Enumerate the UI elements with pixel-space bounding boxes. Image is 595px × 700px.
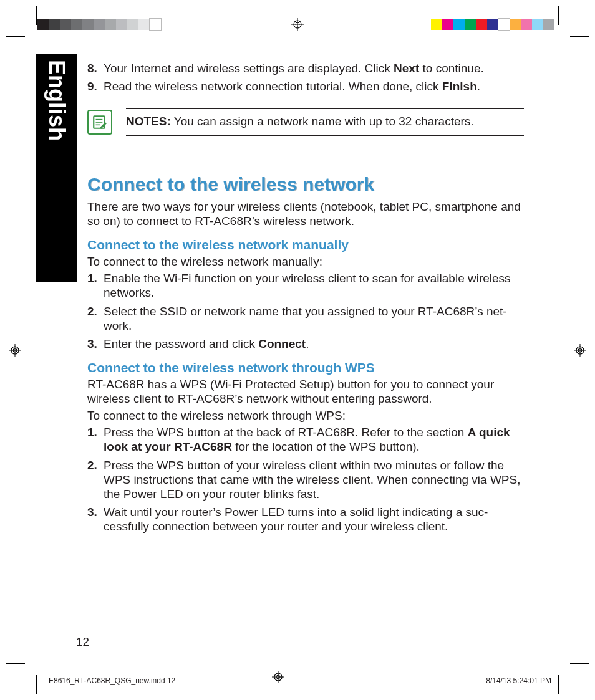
bold-text: Finish xyxy=(442,80,477,93)
list-item-number: 9. xyxy=(87,79,104,93)
bold-text: A quick look at your RT-AC68R xyxy=(104,426,510,453)
wps-intro-1: RT-AC68R has a WPS (Wi-Fi Protected Setu… xyxy=(87,377,524,406)
swatch xyxy=(487,19,498,30)
wps-steps-list: 1.Press the WPS button at the back of RT… xyxy=(87,425,524,534)
swatch xyxy=(71,19,82,30)
list-item-body: Press the WPS button at the back of RT-A… xyxy=(104,425,524,454)
list-item: 1.Enable the Wi-Fi function on your wire… xyxy=(87,271,524,300)
list-item-body: Select the SSID or network name that you… xyxy=(104,304,524,333)
swatch xyxy=(521,19,532,30)
swatch xyxy=(543,19,554,30)
list-item-number: 1. xyxy=(87,271,104,300)
swatch xyxy=(465,19,476,30)
list-item-body: Your Internet and wireless settings are … xyxy=(104,61,524,75)
swatch xyxy=(510,19,521,30)
list-item: 1.Press the WPS button at the back of RT… xyxy=(87,425,524,454)
swatch xyxy=(105,19,116,30)
printer-grey-bar xyxy=(37,19,161,30)
swatch xyxy=(94,19,105,30)
swatch xyxy=(442,19,453,30)
crop-mark xyxy=(36,6,37,25)
page-number: 12 xyxy=(76,635,89,649)
section-intro: There are two ways for your wireless cli… xyxy=(87,199,524,228)
swatch xyxy=(82,19,94,30)
swatch xyxy=(127,19,138,30)
swatch xyxy=(453,19,465,30)
footer-rule xyxy=(87,630,524,630)
section-heading: Connect to the wireless network xyxy=(87,173,524,196)
list-item: 9.Read the wireless network connection t… xyxy=(87,79,524,93)
list-item-number: 3. xyxy=(87,505,104,534)
list-item-number: 1. xyxy=(87,425,104,454)
swatch xyxy=(431,19,442,30)
manual-heading: Connect to the wireless network manually xyxy=(87,237,524,253)
wps-heading: Connect to the wireless network through … xyxy=(87,360,524,376)
bold-text: Next xyxy=(394,62,419,75)
swatch xyxy=(116,19,127,30)
manual-intro: To connect to the wireless network manua… xyxy=(87,254,524,269)
list-item-body: Enter the password and click Connect. xyxy=(104,337,524,351)
continued-steps-list: 8.Your Internet and wireless settings ar… xyxy=(87,61,524,93)
list-item: 8.Your Internet and wireless settings ar… xyxy=(87,61,524,75)
slug-filename: E8616_RT-AC68R_QSG_new.indd 12 xyxy=(49,676,175,685)
list-item-number: 2. xyxy=(87,304,104,333)
printer-color-bar xyxy=(431,19,554,30)
swatch xyxy=(532,19,543,30)
notes-body: You can assign a network name with up to… xyxy=(171,115,474,128)
manual-steps-list: 1.Enable the Wi-Fi function on your wire… xyxy=(87,271,524,351)
list-item: 2.Select the SSID or network name that y… xyxy=(87,304,524,333)
slug-datetime: 8/14/13 5:24:01 PM xyxy=(486,676,551,685)
registration-mark-icon xyxy=(291,18,304,31)
list-item-number: 8. xyxy=(87,61,104,75)
list-item-body: Read the wireless network connection tut… xyxy=(104,79,524,93)
page-content: 8.Your Internet and wireless settings ar… xyxy=(87,61,524,537)
list-item-body: Enable the Wi-Fi function on your wirele… xyxy=(104,271,524,300)
registration-mark-icon xyxy=(272,671,284,683)
swatch xyxy=(37,19,49,30)
list-item-number: 2. xyxy=(87,458,104,502)
list-item-body: Wait until your router’s Power LED turns… xyxy=(104,505,524,534)
crop-mark xyxy=(36,675,37,694)
language-label: English xyxy=(44,60,70,141)
swatch xyxy=(498,19,510,30)
swatch xyxy=(476,19,487,30)
language-side-tab: English xyxy=(36,54,77,282)
list-item: 3.Wait until your router’s Power LED tur… xyxy=(87,505,524,534)
crop-mark xyxy=(570,663,589,664)
notes-label: NOTES: xyxy=(126,115,171,128)
swatch xyxy=(138,19,150,30)
crop-mark xyxy=(558,6,559,25)
crop-mark xyxy=(558,675,559,694)
crop-mark xyxy=(6,36,25,37)
list-item: 3.Enter the password and click Connect. xyxy=(87,337,524,351)
notes-text: NOTES: You can assign a network name wit… xyxy=(126,108,524,135)
notes-callout: NOTES: You can assign a network name wit… xyxy=(87,108,524,135)
swatch xyxy=(60,19,71,30)
notes-icon xyxy=(87,110,112,135)
list-item-number: 3. xyxy=(87,337,104,351)
list-item: 2.Press the WPS button of your wireless … xyxy=(87,458,524,502)
list-item-body: Press the WPS button of your wireless cl… xyxy=(104,458,524,502)
swatch xyxy=(150,19,161,30)
registration-mark-icon xyxy=(574,344,586,357)
wps-intro-2: To connect to the wireless network throu… xyxy=(87,408,524,423)
crop-mark xyxy=(6,663,25,664)
crop-mark xyxy=(570,36,589,37)
registration-mark-icon xyxy=(9,344,21,357)
bold-text: Connect xyxy=(258,337,306,350)
swatch xyxy=(49,19,60,30)
